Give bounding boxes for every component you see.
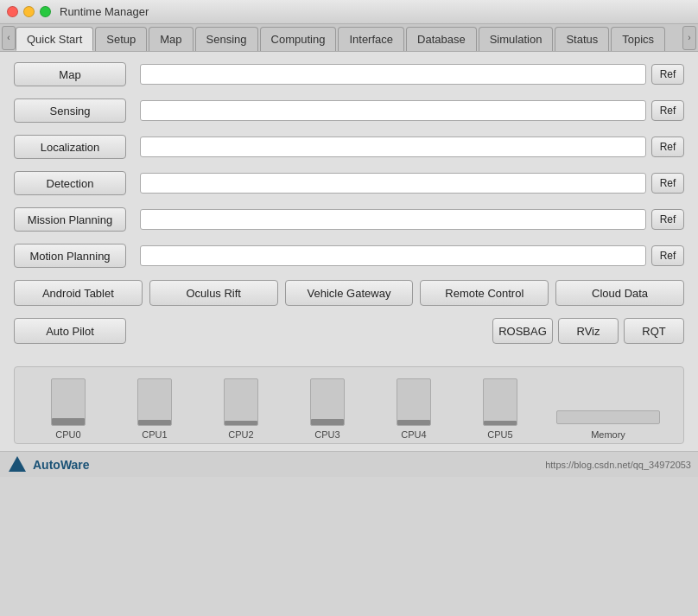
cpu-bar-container-3 — [310, 378, 345, 426]
cpu-bar-container-2 — [224, 378, 258, 426]
tab-computing[interactable]: Computing — [260, 27, 337, 51]
config-label-btn-localization[interactable]: Localization — [14, 135, 126, 159]
memory-bar — [556, 410, 660, 424]
memory-item: Memory — [543, 410, 673, 440]
svg-marker-0 — [9, 456, 26, 472]
cpu-bar-container-4 — [397, 378, 431, 426]
tab-quick-start[interactable]: Quick Start — [16, 27, 93, 51]
cpu-item-1: CPU1 — [111, 378, 198, 440]
cpu-bar-container-0 — [51, 378, 86, 426]
tab-setup[interactable]: Setup — [95, 27, 147, 51]
window-title: Runtime Manager — [60, 5, 149, 18]
tab-topics[interactable]: Topics — [611, 27, 665, 51]
memory-label: Memory — [591, 429, 625, 440]
config-row-map: MapRef — [14, 62, 684, 86]
config-label-btn-sensing[interactable]: Sensing — [14, 98, 126, 123]
action-btn-oculus-rift[interactable]: Oculus Rift — [149, 280, 278, 306]
tab-bar: ‹ Quick StartSetupMapSensingComputingInt… — [0, 24, 698, 52]
config-input-map[interactable] — [140, 64, 646, 85]
cpu-bar-4 — [397, 420, 430, 425]
cpu-label-4: CPU4 — [401, 429, 426, 440]
cpu-memory-area: CPU0CPU1CPU2CPU3CPU4CPU5Memory — [14, 366, 684, 444]
config-input-localization[interactable] — [140, 137, 646, 157]
cpu-item-3: CPU3 — [284, 378, 371, 440]
config-label-btn-map[interactable]: Map — [14, 62, 126, 86]
cpu-item-4: CPU4 — [371, 378, 457, 440]
minimize-button[interactable] — [23, 6, 35, 17]
config-row-detection: DetectionRef — [14, 171, 684, 195]
cpu-item-0: CPU0 — [25, 378, 111, 440]
util-btn-rosbag[interactable]: ROSBAG — [492, 318, 553, 344]
autoware-logo: AutoWare — [7, 454, 90, 475]
cpu-label-3: CPU3 — [314, 429, 339, 440]
ref-btn-sensing[interactable]: Ref — [651, 100, 684, 121]
footer: AutoWare https://blog.csdn.net/qq_349720… — [0, 451, 698, 477]
action-btn-cloud-data[interactable]: Cloud Data — [555, 280, 684, 306]
ref-btn-mission-planning[interactable]: Ref — [651, 209, 684, 230]
cpu-label-1: CPU1 — [142, 429, 167, 440]
utility-right-buttons: ROSBAGRVizRQT — [492, 318, 684, 344]
cpu-bar-2 — [225, 421, 257, 425]
action-buttons-row: Android TabletOculus RiftVehicle Gateway… — [14, 280, 684, 306]
cpu-label-0: CPU0 — [55, 429, 80, 440]
traffic-lights — [7, 6, 51, 17]
auto-pilot-button[interactable]: Auto Pilot — [14, 318, 126, 344]
config-row-sensing: SensingRef — [14, 98, 684, 123]
tab-sensing[interactable]: Sensing — [195, 27, 258, 51]
action-btn-android-tablet[interactable]: Android Tablet — [14, 280, 143, 306]
config-input-mission-planning[interactable] — [140, 209, 646, 230]
util-btn-rviz[interactable]: RViz — [558, 318, 619, 344]
ref-btn-map[interactable]: Ref — [651, 64, 684, 85]
maximize-button[interactable] — [40, 6, 51, 17]
autoware-logo-icon — [7, 454, 28, 475]
cpu-label-2: CPU2 — [228, 429, 253, 440]
action-btn-vehicle-gateway[interactable]: Vehicle Gateway — [285, 280, 414, 306]
config-row-localization: LocalizationRef — [14, 135, 684, 159]
tabs-container: Quick StartSetupMapSensingComputingInter… — [16, 24, 682, 51]
cpu-item-2: CPU2 — [198, 378, 284, 440]
footer-url: https://blog.csdn.net/qq_34972053 — [545, 460, 691, 470]
config-row-motion-planning: Motion PlanningRef — [14, 244, 684, 268]
cpu-bar-1 — [138, 420, 171, 425]
tab-database[interactable]: Database — [406, 27, 477, 51]
tab-map[interactable]: Map — [149, 27, 193, 51]
config-label-btn-detection[interactable]: Detection — [14, 171, 126, 195]
cpu-label-5: CPU5 — [487, 429, 512, 440]
cpu-bar-3 — [311, 419, 344, 425]
tab-scroll-right[interactable]: › — [682, 26, 696, 50]
cpu-bar-0 — [52, 418, 85, 425]
config-label-btn-motion-planning[interactable]: Motion Planning — [14, 244, 126, 268]
cpu-bar-5 — [484, 421, 517, 425]
config-row-mission-planning: Mission PlanningRef — [14, 207, 684, 232]
cpu-bar-container-5 — [483, 378, 517, 426]
config-input-sensing[interactable] — [140, 100, 646, 121]
close-button[interactable] — [7, 6, 18, 17]
title-bar: Runtime Manager — [0, 0, 698, 24]
tab-scroll-left[interactable]: ‹ — [2, 26, 16, 50]
ref-btn-detection[interactable]: Ref — [651, 173, 684, 194]
util-btn-rqt[interactable]: RQT — [624, 318, 684, 344]
main-content: MapRefSensingRefLocalizationRefDetection… — [0, 52, 698, 366]
utility-row: Auto PilotROSBAGRVizRQT — [14, 318, 684, 344]
cpu-bar-container-1 — [137, 378, 172, 426]
config-label-btn-mission-planning[interactable]: Mission Planning — [14, 207, 126, 232]
autoware-brand-text: AutoWare — [33, 458, 90, 472]
ref-btn-motion-planning[interactable]: Ref — [651, 245, 684, 266]
config-input-motion-planning[interactable] — [140, 245, 646, 266]
action-btn-remote-control[interactable]: Remote Control — [420, 280, 549, 306]
tab-simulation[interactable]: Simulation — [479, 27, 554, 51]
tab-status[interactable]: Status — [555, 27, 609, 51]
cpu-item-5: CPU5 — [457, 378, 543, 440]
tab-interface[interactable]: Interface — [338, 27, 404, 51]
config-input-detection[interactable] — [140, 173, 646, 194]
ref-btn-localization[interactable]: Ref — [651, 137, 684, 157]
